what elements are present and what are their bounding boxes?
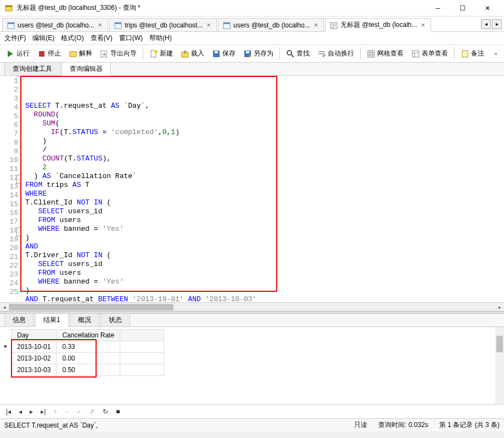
menu-format[interactable]: 格式(O): [61, 34, 83, 43]
svg-rect-17: [215, 51, 218, 53]
tab-close-icon[interactable]: ×: [205, 21, 212, 29]
results-vscrollbar[interactable]: [495, 327, 504, 404]
tab-close-icon[interactable]: ×: [313, 21, 320, 29]
query-builder-tab[interactable]: 查询创建工具: [4, 62, 60, 75]
refresh-button[interactable]: ↻: [101, 407, 110, 417]
first-record-button[interactable]: |◂: [4, 407, 13, 417]
separator: [454, 48, 455, 60]
next-record-button[interactable]: ▸: [28, 407, 35, 417]
status-sql: SELECT T.request_at AS `Day`,: [4, 422, 98, 429]
col-header[interactable]: Day: [12, 330, 57, 341]
save-as-button[interactable]: 另存为: [240, 47, 276, 60]
code-area[interactable]: SELECT T.request_at AS `Day`, ROUND( SUM…: [22, 76, 504, 302]
scroll-thumb[interactable]: [496, 336, 503, 352]
query-icon: [330, 21, 338, 29]
menu-bar: 文件(F) 编辑(E) 格式(O) 查看(V) 窗口(W) 帮助(H): [0, 32, 504, 45]
notes-icon: [461, 49, 469, 58]
menu-edit[interactable]: 编辑(E): [32, 34, 54, 43]
result-table[interactable]: Day Cancellation Rate 2013-10-010.332013…: [11, 329, 164, 376]
result-tabs: 信息 结果1 概况 状态: [0, 314, 504, 327]
new-button[interactable]: 新建: [147, 47, 176, 60]
tab-close-icon[interactable]: ×: [97, 21, 104, 29]
grid-view-button[interactable]: 网格查看: [364, 47, 406, 60]
doc-tab[interactable]: users @test_db (localho... ×: [218, 18, 324, 31]
new-icon: [149, 49, 158, 58]
menu-help[interactable]: 帮助(H): [149, 34, 172, 43]
table-row[interactable]: 2013-10-020.00: [12, 353, 164, 364]
table-icon: [7, 21, 15, 29]
maximize-button[interactable]: ☐: [450, 1, 475, 16]
stop-icon: [37, 49, 46, 58]
status-tab[interactable]: 状态: [100, 313, 130, 326]
table-row[interactable]: 2013-10-030.50: [12, 364, 164, 376]
wrap-icon: [317, 49, 326, 58]
separator: [360, 48, 361, 60]
col-header-empty: [120, 330, 164, 341]
tab-label: users @test_db (localho...: [18, 21, 94, 29]
cell[interactable]: 2013-10-02: [12, 353, 57, 364]
col-header[interactable]: Cancellation Rate: [57, 330, 120, 341]
profile-tab[interactable]: 概况: [70, 313, 99, 326]
query-editor-tab[interactable]: 查询编辑器: [61, 62, 111, 76]
close-button[interactable]: ✕: [475, 1, 500, 16]
explain-button[interactable]: 解释: [66, 47, 95, 60]
stop-button[interactable]: 停止: [35, 47, 64, 60]
tab-close-icon[interactable]: ×: [420, 21, 427, 29]
cell[interactable]: 0.50: [57, 364, 120, 376]
toolbar: 运行 停止 解释 导出向导 新建 载入 保存 另存为 查找 自动换行 网格查看 …: [0, 45, 504, 63]
tab-label: 无标题 @test_db (localh...: [340, 20, 417, 30]
add-record-button[interactable]: +: [52, 407, 59, 417]
save-icon: [212, 49, 221, 58]
svg-point-20: [287, 51, 292, 55]
auto-wrap-button[interactable]: 自动换行: [315, 47, 357, 60]
load-button[interactable]: 载入: [178, 47, 207, 60]
status-query-time: 查询时间: 0.032s: [378, 420, 428, 430]
svg-point-14: [154, 50, 158, 53]
delete-record-button[interactable]: −: [63, 407, 70, 417]
editor-tabs: 查询创建工具 查询编辑器: [0, 63, 504, 76]
cell[interactable]: 0.00: [57, 353, 120, 364]
prev-record-button[interactable]: ◂: [17, 407, 24, 417]
toolbar-overflow-button[interactable]: »: [491, 46, 501, 62]
cell[interactable]: 2013-10-03: [12, 364, 57, 376]
record-nav: |◂ ◂ ▸ ▸| + − ✓ ✗ ↻ ■: [0, 404, 504, 418]
run-button[interactable]: 运行: [3, 47, 32, 60]
cell[interactable]: 2013-10-01: [12, 341, 57, 353]
table-row[interactable]: 2013-10-010.33: [12, 341, 164, 353]
load-icon: [181, 49, 189, 58]
doc-tab[interactable]: trips @test_db (localhost... ×: [109, 18, 217, 31]
save-button[interactable]: 保存: [209, 47, 238, 60]
svg-rect-23: [462, 51, 468, 57]
stop-refresh-button[interactable]: ■: [114, 407, 121, 417]
notes-button[interactable]: 备注: [458, 47, 487, 60]
last-record-button[interactable]: ▸|: [39, 407, 47, 417]
form-icon: [411, 49, 420, 58]
doc-tab[interactable]: users @test_db (localho... ×: [2, 18, 108, 31]
cell[interactable]: 0.33: [57, 341, 120, 353]
tab-nav-left-button[interactable]: ◂: [481, 19, 491, 29]
form-view-button[interactable]: 表单查看: [408, 47, 451, 60]
result1-tab[interactable]: 结果1: [35, 313, 69, 327]
export-wizard-button[interactable]: 导出向导: [97, 47, 139, 60]
minimize-button[interactable]: ─: [425, 1, 450, 16]
editor-hscrollbar[interactable]: ◂ ▸: [0, 302, 504, 311]
separator: [143, 48, 143, 60]
find-button[interactable]: 查找: [283, 47, 312, 60]
scroll-left-icon[interactable]: ◂: [0, 303, 9, 312]
sql-editor[interactable]: 123456789101112-131415161718-19202122232…: [0, 76, 504, 302]
svg-rect-21: [368, 51, 374, 57]
svg-rect-1: [5, 5, 12, 7]
doc-tab-active[interactable]: 无标题 @test_db (localh... ×: [325, 18, 431, 32]
tab-nav-right-button[interactable]: ▸: [492, 19, 502, 29]
info-tab[interactable]: 信息: [4, 313, 34, 326]
menu-view[interactable]: 查看(V): [91, 34, 113, 43]
play-icon: [6, 49, 15, 58]
table-icon: [223, 21, 231, 29]
scroll-thumb[interactable]: [9, 304, 173, 311]
saveas-icon: [243, 49, 252, 58]
menu-window[interactable]: 窗口(W): [119, 34, 143, 43]
commit-button[interactable]: ✓: [75, 407, 83, 417]
menu-file[interactable]: 文件(F): [4, 34, 26, 43]
cancel-button[interactable]: ✗: [88, 407, 97, 417]
scroll-right-icon[interactable]: ▸: [495, 303, 504, 312]
